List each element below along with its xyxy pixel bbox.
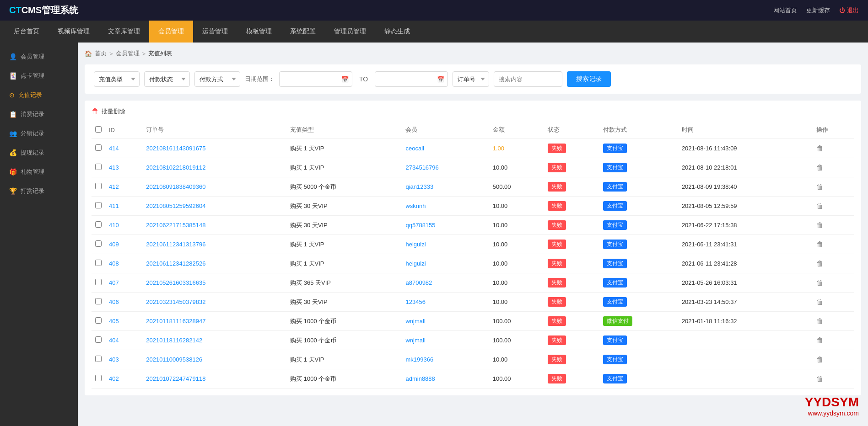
id-link-9[interactable]: 405 [109, 318, 119, 325]
row-checkbox-7[interactable] [95, 279, 102, 285]
delete-icon-2[interactable]: 🗑 [816, 183, 824, 191]
row-checkbox-8[interactable] [95, 298, 102, 304]
order-link-5[interactable]: 20210611234131379​6 [146, 241, 205, 248]
row-checkbox-12[interactable] [95, 375, 102, 381]
row-checkbox-0[interactable] [95, 144, 102, 151]
member-link-4[interactable]: qq5788155 [405, 222, 435, 229]
id-link-11[interactable]: 403 [109, 356, 119, 363]
member-link-8[interactable]: 123456 [405, 298, 425, 305]
breadcrumb-home-link[interactable]: 首页 [95, 49, 107, 58]
order-link-4[interactable]: 20210622171538514​8 [146, 222, 205, 229]
id-link-1[interactable]: 413 [109, 164, 119, 171]
delete-icon-10[interactable]: 🗑 [816, 336, 824, 344]
member-link-5[interactable]: heiguizi [405, 241, 426, 248]
logout-button[interactable]: ⏻ 退出 [839, 6, 859, 15]
order-link-10[interactable]: 20210118116282142 [146, 337, 202, 344]
order-link-9[interactable]: 20210118111632894​7 [146, 318, 205, 325]
id-link-3[interactable]: 411 [109, 202, 119, 209]
member-link-7[interactable]: a8700982 [405, 279, 432, 286]
order-link-1[interactable]: 20210810221801911​2 [146, 164, 205, 171]
id-link-4[interactable]: 410 [109, 222, 119, 229]
delete-icon-7[interactable]: 🗑 [816, 279, 824, 287]
search-button[interactable]: 搜索记录 [567, 71, 611, 87]
member-link-6[interactable]: heiguizi [405, 260, 426, 267]
order-link-7[interactable]: 20210526160331663​5 [146, 279, 205, 286]
delete-icon-3[interactable]: 🗑 [816, 202, 824, 210]
delete-icon-6[interactable]: 🗑 [816, 260, 824, 267]
status-select[interactable]: 付款状态 全部 成功 失败 待付款 [144, 71, 190, 87]
row-checkbox-9[interactable] [95, 317, 102, 324]
member-link-12[interactable]: admin8888 [405, 375, 435, 382]
sidebar-item-consume-record[interactable]: 📋 消费记录 [0, 105, 78, 124]
order-link-6[interactable]: 20210611234128252​6 [146, 260, 205, 267]
member-link-3[interactable]: wsknnh [405, 202, 426, 209]
row-checkbox-11[interactable] [95, 356, 102, 362]
member-link-11[interactable]: mk199366 [405, 356, 433, 363]
nav-item-article[interactable]: 文章库管理 [99, 21, 149, 43]
type-select[interactable]: 充值类型 全部 VIP 金币 [94, 71, 140, 87]
breadcrumb-parent-link[interactable]: 会员管理 [116, 49, 140, 58]
sidebar-item-card-manage[interactable]: 🃏 点卡管理 [0, 66, 78, 85]
date-to-input[interactable] [375, 71, 448, 87]
row-checkbox-1[interactable] [95, 164, 102, 170]
member-link-0[interactable]: ceocall [405, 145, 424, 152]
row-checkbox-3[interactable] [95, 202, 102, 208]
order-link-2[interactable]: 20210809183840936​0 [146, 183, 205, 190]
nav-item-home[interactable]: 后台首页 [5, 21, 49, 43]
nav-item-video[interactable]: 视频库管理 [49, 21, 99, 43]
date-range-label: 日期范围： [245, 75, 275, 83]
method-select[interactable]: 付款方式 全部 支付宝 微信支付 [194, 71, 240, 87]
order-link-8[interactable]: 20210323145037983​2 [146, 298, 205, 305]
nav-item-member[interactable]: 会员管理 [149, 21, 193, 43]
nav-item-admin[interactable]: 管理员管理 [325, 21, 375, 43]
nav-item-operation[interactable]: 运营管理 [193, 21, 237, 43]
id-link-7[interactable]: 407 [109, 279, 119, 286]
sidebar-item-gift-manage[interactable]: 🎁 礼物管理 [0, 162, 78, 181]
row-checkbox-2[interactable] [95, 183, 102, 189]
sidebar-item-withdraw-record[interactable]: 💰 提现记录 [0, 143, 78, 162]
delete-icon-9[interactable]: 🗑 [816, 317, 824, 325]
id-link-12[interactable]: 402 [109, 375, 119, 382]
sidebar-item-recharge-record[interactable]: ⊙ 充值记录 [0, 85, 78, 105]
nav-item-system[interactable]: 系统配置 [281, 21, 325, 43]
search-input[interactable] [494, 71, 562, 87]
delete-icon-12[interactable]: 🗑 [816, 375, 824, 383]
order-link-11[interactable]: 20210110009538126 [146, 356, 202, 363]
row-checkbox-10[interactable] [95, 336, 102, 343]
member-link-2[interactable]: qian12333 [405, 183, 433, 190]
sidebar-item-member-manage[interactable]: 👤 会员管理 [0, 47, 78, 66]
nav-item-static[interactable]: 静态生成 [375, 21, 419, 43]
order-link-3[interactable]: 20210805125959260​4 [146, 202, 205, 209]
delete-icon-11[interactable]: 🗑 [816, 356, 824, 363]
delete-icon-0[interactable]: 🗑 [816, 144, 824, 152]
nav-item-template[interactable]: 模板管理 [237, 21, 281, 43]
row-checkbox-4[interactable] [95, 221, 102, 228]
delete-icon-5[interactable]: 🗑 [816, 240, 824, 248]
sidebar-item-reward-record[interactable]: 🏆 打赏记录 [0, 181, 78, 201]
batch-delete-button[interactable]: 🗑 批量删除 [92, 107, 854, 116]
delete-icon-1[interactable]: 🗑 [816, 164, 824, 171]
row-checkbox-6[interactable] [95, 260, 102, 266]
id-link-6[interactable]: 408 [109, 260, 119, 267]
nav-update-link[interactable]: 更新缓存 [806, 6, 830, 15]
sidebar-item-distribution-record[interactable]: 👥 分销记录 [0, 124, 78, 143]
row-action: 🗑 [813, 235, 854, 254]
delete-icon-8[interactable]: 🗑 [816, 298, 824, 306]
id-link-10[interactable]: 404 [109, 337, 119, 344]
date-from-input[interactable] [279, 71, 352, 87]
id-link-8[interactable]: 406 [109, 298, 119, 305]
id-link-0[interactable]: 414 [109, 145, 119, 152]
delete-icon-4[interactable]: 🗑 [816, 221, 824, 229]
row-order: 20210526160331663​5 [142, 273, 286, 293]
order-link-12[interactable]: 20210107224747911​8 [146, 375, 205, 382]
member-link-9[interactable]: wnjmall [405, 318, 425, 325]
order-link-0[interactable]: 20210816114309167​5 [146, 145, 205, 152]
id-link-5[interactable]: 409 [109, 241, 119, 248]
member-link-10[interactable]: wnjmall [405, 337, 425, 344]
row-checkbox-5[interactable] [95, 240, 102, 247]
id-link-2[interactable]: 412 [109, 183, 119, 190]
member-link-1[interactable]: 2734516796 [405, 164, 438, 171]
order-field-select[interactable]: 订单号 会员名 ID [453, 71, 489, 87]
nav-home-link[interactable]: 网站首页 [773, 6, 797, 15]
select-all-checkbox[interactable] [95, 126, 102, 133]
